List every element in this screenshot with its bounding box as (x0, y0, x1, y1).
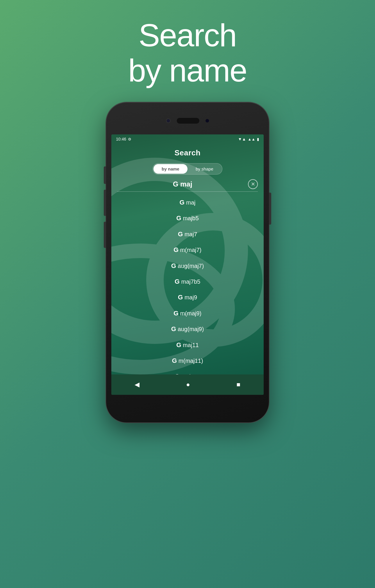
list-item[interactable]: G maj7 (111, 226, 264, 242)
power-button[interactable] (269, 193, 271, 225)
wifi-icon: ▼▲ (238, 137, 246, 141)
signal-icon: ▲▲ (248, 137, 255, 141)
search-input-area[interactable]: G maj ✕ (117, 179, 258, 192)
app-header: Search (111, 144, 264, 161)
phone-screen: 10:46 ⚙ ▼▲ ▲▲ ▮ Search by name by shape … (111, 134, 264, 395)
chord-suffix: maj (186, 199, 195, 206)
volume-down-button[interactable] (104, 222, 106, 248)
status-right-icons: ▼▲ ▲▲ ▮ (238, 137, 259, 141)
note-letter: G (171, 325, 176, 333)
note-letter: G (178, 230, 183, 238)
status-bar: 10:46 ⚙ ▼▲ ▲▲ ▮ (111, 134, 264, 144)
note-letter: G (176, 214, 181, 222)
note-letter: G (176, 341, 181, 349)
note-letter: G (180, 199, 185, 206)
search-input[interactable]: G maj (117, 180, 248, 188)
chord-suffix: maj7 (185, 231, 197, 237)
phone-top-bar (111, 108, 264, 134)
battery-icon: ▮ (257, 137, 259, 141)
home-button[interactable]: ● (186, 381, 190, 388)
chord-suffix: m(maj9) (180, 310, 201, 317)
clear-button[interactable]: ✕ (248, 179, 258, 189)
list-item[interactable]: G aug(maj9) (111, 321, 264, 337)
note-letter: G (171, 262, 176, 269)
tab-by-shape[interactable]: by shape (188, 164, 222, 174)
list-item[interactable]: G m(maj11) (111, 353, 264, 369)
list-item[interactable]: G maj11 (111, 337, 264, 353)
title-line1: Search (139, 17, 237, 53)
volume-up-button[interactable] (104, 190, 106, 216)
note-letter: G (172, 357, 177, 364)
volume-toggle-button[interactable] (104, 166, 106, 184)
back-button[interactable]: ◀ (135, 381, 140, 388)
list-item[interactable]: G m(maj9) (111, 305, 264, 321)
status-time: 10:46 (116, 137, 126, 141)
chord-suffix: majb5 (183, 215, 199, 221)
note-letter: G (174, 310, 178, 317)
segmented-control[interactable]: by name by shape (153, 163, 222, 175)
phone-mockup: 10:46 ⚙ ▼▲ ▲▲ ▮ Search by name by shape … (106, 102, 269, 422)
tab-by-name[interactable]: by name (153, 164, 188, 174)
list-item[interactable]: G m(maj7) (111, 242, 264, 258)
chord-suffix: aug(maj9) (178, 326, 204, 332)
note-letter: G (178, 294, 183, 301)
chord-suffix: m(maj7) (180, 247, 201, 253)
list-item[interactable]: G majb5 (111, 210, 264, 226)
list-item[interactable]: G maj7b5 (111, 274, 264, 289)
speaker-grille (176, 118, 200, 124)
list-item[interactable]: G maj (111, 195, 264, 210)
bottom-navigation: ◀ ● ■ (111, 374, 264, 395)
page-title: Search by name (128, 17, 247, 88)
list-item[interactable]: G maj9 (111, 289, 264, 305)
chord-suffix: maj11 (183, 342, 199, 348)
results-list: G maj G majb5 G maj7 G m(maj7) G aug(maj… (111, 195, 264, 392)
sensor (206, 119, 209, 122)
chord-suffix: aug(maj7) (178, 263, 204, 269)
front-camera (166, 118, 171, 123)
note-letter: G (175, 278, 180, 285)
title-line2: by name (128, 52, 247, 88)
settings-status-icon: ⚙ (128, 137, 131, 141)
app-title: Search (111, 148, 264, 157)
chord-suffix: maj9 (185, 294, 197, 301)
chord-suffix: maj7b5 (181, 278, 201, 285)
recent-apps-button[interactable]: ■ (237, 381, 240, 388)
list-item[interactable]: G aug(maj7) (111, 258, 264, 274)
chord-suffix: m(maj11) (178, 358, 203, 364)
note-letter: G (174, 246, 178, 253)
